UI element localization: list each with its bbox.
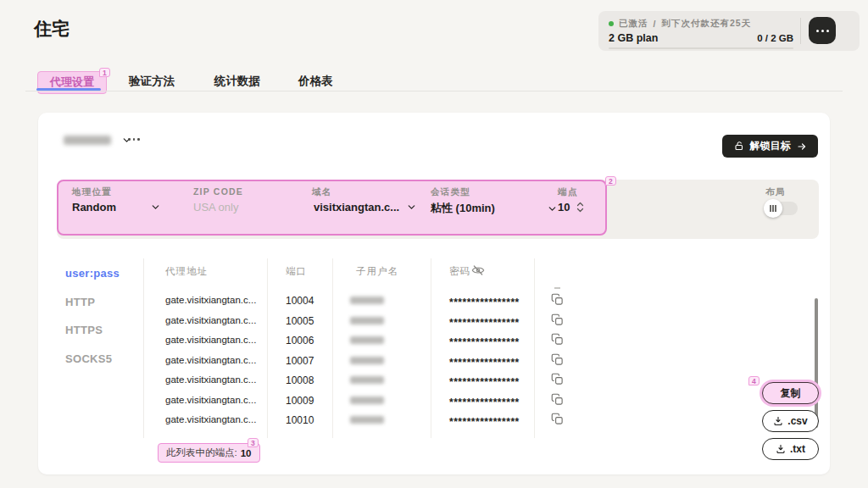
tabs-divider-line (25, 91, 843, 92)
protocol-tab-userpass[interactable]: user:pass (65, 267, 120, 280)
proxy-row: gate.visitxiangtan.c... 10004 **********… (38, 291, 818, 312)
endpoints-label: 端点 (558, 186, 577, 198)
masked-username (350, 396, 384, 404)
unlock-targets-label: 解锁目标 (750, 139, 791, 153)
toggle-grip-icon (764, 199, 782, 218)
plan-usage: 0 / 2 GB (757, 33, 793, 43)
masked-username (350, 416, 384, 424)
proxy-list: gate.visitxiangtan.c... 10004 **********… (38, 291, 818, 431)
masked-subuser-name (64, 136, 111, 145)
session-type-select[interactable]: 粘性 (10min) (431, 201, 558, 216)
masked-password: **************** (449, 297, 520, 308)
col-header-port: 端口 (286, 265, 307, 278)
proxy-address: gate.visitxiangtan.c... (165, 335, 256, 345)
subuser-select[interactable] (64, 135, 132, 146)
proxy-address: gate.visitxiangtan.c... (165, 315, 256, 325)
copy-row-button[interactable] (551, 353, 564, 366)
plan-status-info: 已激活 / 到下次付款还有25天 2 GB plan 0 / 2 GB (598, 11, 800, 51)
layout-toggle[interactable] (765, 202, 798, 215)
plan-state-label: 已激活 (619, 18, 648, 30)
endpoints-stepper[interactable]: 10 (558, 201, 584, 214)
masked-username (350, 297, 384, 304)
chevron-down-icon (150, 202, 161, 213)
tab-auth-methods[interactable]: 验证方法 (129, 74, 175, 89)
masked-password: **************** (449, 317, 520, 329)
copy-all-button[interactable]: 复制 (762, 382, 819, 404)
proxy-address: gate.visitxiangtan.c... (165, 414, 256, 424)
proxy-port: 10009 (286, 395, 314, 407)
col-header-password: 密码 (449, 265, 470, 278)
proxy-port: 10005 (286, 315, 314, 327)
chevron-down-icon (406, 202, 417, 213)
domain-select[interactable]: visitxiangtan.c... (314, 201, 417, 214)
chevron-down-icon (547, 203, 558, 214)
download-txt-button[interactable]: .txt (762, 438, 819, 460)
tab-pricing[interactable]: 价格表 (298, 74, 333, 89)
proxy-address: gate.visitxiangtan.c... (165, 355, 256, 365)
scrolled-row-remnant (554, 287, 560, 289)
proxy-address: gate.visitxiangtan.c... (165, 295, 256, 305)
proxy-row: gate.visitxiangtan.c... 10010 **********… (38, 411, 818, 431)
active-status-dot-icon (609, 21, 614, 26)
toggle-password-visibility-button[interactable] (470, 263, 486, 277)
plan-options-button[interactable] (809, 17, 836, 44)
plan-renewal-label: 到下次付款还有25天 (661, 18, 751, 30)
proxy-row: gate.visitxiangtan.c... 10005 **********… (38, 312, 818, 332)
step-badge-4: 4 (748, 376, 760, 385)
proxy-address: gate.visitxiangtan.c... (165, 374, 256, 385)
table-scrollbar[interactable] (815, 298, 818, 428)
proxy-row: gate.visitxiangtan.c... 10006 **********… (38, 331, 818, 352)
page-title: 住宅 (34, 17, 70, 41)
copy-row-button[interactable] (551, 313, 564, 326)
plan-usage-row: 2 GB plan 0 / 2 GB (609, 32, 793, 44)
plan-status-separator: / (654, 19, 657, 29)
domain-label: 域名 (312, 186, 331, 198)
chevron-down-icon (121, 135, 132, 146)
download-csv-button[interactable]: .csv (762, 410, 819, 432)
arrow-right-icon (797, 141, 807, 152)
residential-proxies-page: 住宅 已激活 / 到下次付款还有25天 2 GB plan 0 / 2 GB 代… (0, 0, 868, 488)
step-badge-3: 3 (248, 438, 259, 447)
masked-password: **************** (449, 336, 520, 348)
plan-status-row: 已激活 / 到下次付款还有25天 (609, 18, 800, 30)
download-icon (773, 416, 783, 426)
copy-row-button[interactable] (551, 393, 564, 406)
col-header-address: 代理地址 (165, 265, 208, 278)
proxy-port: 10008 (286, 374, 314, 386)
masked-username (350, 357, 384, 364)
proxy-port: 10006 (286, 335, 314, 347)
plan-name: 2 GB plan (609, 32, 658, 44)
masked-password: **************** (449, 376, 520, 388)
masked-username (350, 317, 384, 324)
proxy-address: gate.visitxiangtan.c... (165, 395, 256, 405)
step-badge-1: 1 (99, 68, 110, 77)
proxy-row: gate.visitxiangtan.c... 10008 **********… (38, 371, 818, 391)
masked-username (350, 336, 384, 344)
proxy-port: 10004 (286, 295, 314, 307)
status-card-divider (800, 18, 801, 44)
plan-status-card: 已激活 / 到下次付款还有25天 2 GB plan 0 / 2 GB (598, 11, 860, 51)
proxy-port: 10007 (286, 355, 314, 367)
copy-row-button[interactable] (551, 293, 564, 306)
copy-row-button[interactable] (551, 413, 564, 425)
eye-off-icon (470, 263, 486, 277)
ellipsis-icon (128, 138, 131, 141)
endpoints-count-value: 10 (241, 448, 252, 458)
download-icon (776, 444, 786, 454)
more-options-button[interactable] (128, 138, 140, 141)
zip-code-input[interactable]: USA only (193, 201, 238, 214)
masked-password: **************** (449, 416, 520, 428)
tab-statistics[interactable]: 统计数据 (214, 74, 260, 89)
copy-row-button[interactable] (551, 373, 564, 385)
step-badge-2: 2 (605, 176, 616, 186)
proxy-settings-card: 解锁目标 2 地理位置 Random ZIP CODE USA only 域名 … (38, 113, 830, 474)
proxy-port: 10010 (286, 414, 314, 426)
endpoints-count-note: 此列表中的端点: 10 (158, 443, 260, 463)
unlock-targets-button[interactable]: 解锁目标 (722, 135, 818, 158)
zip-code-label: ZIP CODE (193, 186, 243, 197)
copy-row-button[interactable] (551, 333, 564, 346)
proxy-row: gate.visitxiangtan.c... 10007 **********… (38, 352, 818, 372)
stepper-arrows-icon[interactable] (576, 202, 584, 213)
geo-location-select[interactable]: Random (72, 201, 161, 214)
geo-location-label: 地理位置 (72, 186, 112, 198)
